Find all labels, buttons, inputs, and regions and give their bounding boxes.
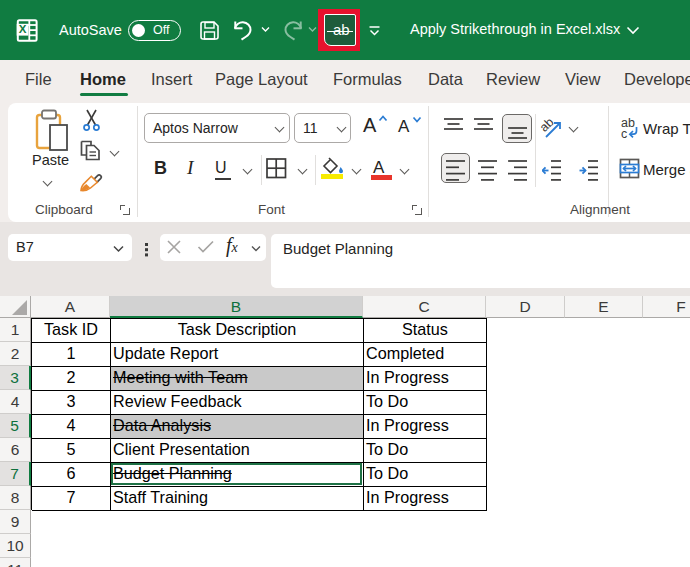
svg-text:c: c [621, 127, 627, 140]
svg-text:ab: ab [540, 115, 557, 135]
svg-text:X: X [19, 23, 27, 35]
